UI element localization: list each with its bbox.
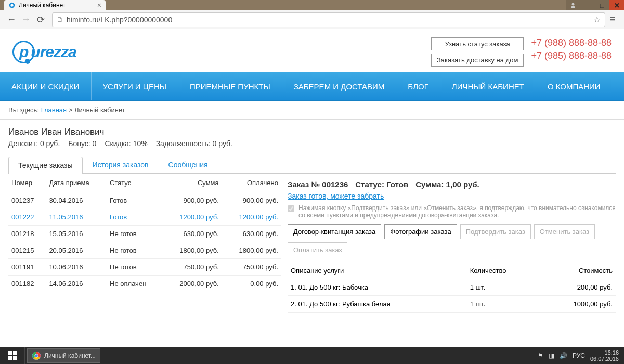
- forward-icon[interactable]: →: [19, 12, 33, 27]
- table-row[interactable]: 00123730.04.2016Готов900,00 руб.900,00 р…: [8, 192, 281, 209]
- page-content: ppurezzaurezza Узнать статус заказа Зака…: [0, 29, 624, 347]
- breadcrumb-home[interactable]: Главная: [41, 106, 67, 114]
- photos-button[interactable]: Фотографии заказа: [384, 224, 457, 239]
- browser-titlebar: Личный кабинет × — □ ✕: [0, 0, 624, 10]
- th-cost: Стоимость: [539, 263, 616, 279]
- th-desc: Описание услуги: [288, 263, 467, 279]
- tab-title: Личный кабинет: [19, 2, 66, 9]
- contract-button[interactable]: Договор-квитанция заказа: [288, 224, 381, 239]
- tabs: Текущие заказы История заказов Сообщения: [8, 156, 616, 174]
- taskbar-item[interactable]: Личный кабинет...: [27, 348, 100, 363]
- maximize-icon[interactable]: □: [595, 0, 609, 10]
- nav-cabinet[interactable]: ЛИЧНЫЙ КАБИНЕТ: [440, 72, 536, 100]
- browser-nav-toolbar: ← → ⟳ 🗋 himinfo.ru/LK.php?00000000000 ☆ …: [0, 10, 624, 29]
- items-table: Описание услуги Количество Стоимость 1. …: [288, 263, 616, 313]
- nav-blog[interactable]: БЛОГ: [396, 72, 440, 100]
- stat-debt: Задолженность: 0 руб.: [156, 139, 232, 148]
- ready-link[interactable]: Заказ готов, можете забрать: [288, 192, 616, 200]
- disclaimer-text: Нажимая кнопку «Подтвердить заказ» или «…: [298, 204, 616, 219]
- table-row[interactable]: 00119110.06.2016Не готов750,00 руб.750,0…: [8, 259, 281, 276]
- th-status: Статус: [107, 174, 162, 192]
- svg-point-1: [10, 4, 13, 6]
- minimize-icon[interactable]: —: [580, 0, 595, 10]
- svg-point-10: [35, 354, 38, 357]
- tab-history[interactable]: История заказов: [83, 156, 159, 173]
- window-controls: — □ ✕: [566, 0, 624, 10]
- stat-bonus: Бонус: 0: [68, 139, 96, 148]
- th-sum: Сумма: [163, 174, 222, 192]
- order-detail: Заказ № 001236 Статус: Готов Сумма: 1,00…: [288, 174, 616, 313]
- tab-messages[interactable]: Сообщения: [159, 156, 218, 173]
- reload-icon[interactable]: ⟳: [33, 12, 48, 27]
- favicon-icon: [8, 2, 16, 9]
- breadcrumb: Вы здесь: Главная > Личный кабинет: [0, 101, 624, 120]
- item-row: 2. 01. До 500 кг: Рубашка белая1 шт.1000…: [288, 296, 616, 313]
- nav-about[interactable]: О КОМПАНИИ: [536, 72, 612, 100]
- item-row: 1. 01. До 500 кг: Бабочка1 шт.200,00 руб…: [288, 279, 616, 296]
- tab-current-orders[interactable]: Текущие заказы: [8, 157, 83, 174]
- th-qty: Количество: [467, 263, 539, 279]
- svg-rect-4: [13, 351, 17, 355]
- stat-deposit: Депозит: 0 руб.: [8, 139, 60, 148]
- table-row[interactable]: 00118214.06.2016Не оплачен2000,00 руб.0,…: [8, 276, 281, 292]
- url-bar[interactable]: 🗋 himinfo.ru/LK.php?00000000000 ☆: [52, 12, 605, 27]
- chrome-menu-icon[interactable]: ≡: [605, 14, 620, 25]
- start-button[interactable]: [0, 347, 25, 364]
- th-paid: Оплачено: [222, 174, 281, 192]
- nav-delivery[interactable]: ЗАБЕРЕМ И ДОСТАВИМ: [282, 72, 397, 100]
- main-nav: АКЦИИ И СКИДКИ УСЛУГИ И ЦЕНЫ ПРИЕМНЫЕ ПУ…: [0, 72, 624, 101]
- chrome-icon: [32, 351, 41, 360]
- user-name: Иванов Иван Иванович: [8, 127, 616, 137]
- nav-promo[interactable]: АКЦИИ И СКИДКИ: [0, 72, 92, 100]
- user-stats: Депозит: 0 руб. Бонус: 0 Скидка: 10% Зад…: [8, 139, 616, 148]
- taskbar: Личный кабинет... ⚑ ◨ 🔊 РУС 16:16 06.07.…: [0, 347, 624, 364]
- tray-network-icon[interactable]: ◨: [549, 352, 554, 359]
- page-icon: 🗋: [57, 16, 63, 23]
- cancel-button[interactable]: Отменить заказ: [534, 224, 595, 239]
- table-row[interactable]: 00121520.05.2016Не готов1800,00 руб.1800…: [8, 242, 281, 259]
- detail-sum: Сумма: 1,00 руб.: [415, 180, 479, 189]
- stat-discount: Скидка: 10%: [105, 139, 147, 148]
- confirm-button[interactable]: Подтвердить заказ: [460, 224, 531, 239]
- svg-point-2: [572, 3, 575, 6]
- svg-rect-6: [13, 356, 17, 360]
- browser-tab[interactable]: Личный кабинет ×: [4, 0, 106, 10]
- phone-2[interactable]: +7 (985) 888-88-88: [531, 50, 612, 61]
- nav-services[interactable]: УСЛУГИ И ЦЕНЫ: [92, 72, 178, 100]
- svg-rect-3: [8, 351, 12, 355]
- order-delivery-button[interactable]: Заказать доставку на дом: [431, 54, 524, 67]
- orders-table: Номер Дата приема Статус Сумма Оплачено …: [8, 174, 281, 292]
- detail-order-number: Заказ № 001236: [288, 180, 348, 189]
- user-icon[interactable]: [566, 0, 580, 10]
- pay-button[interactable]: Оплатить заказ: [288, 242, 347, 257]
- window-close-icon[interactable]: ✕: [609, 0, 624, 10]
- system-tray: ⚑ ◨ 🔊 РУС 16:16 06.07.2016: [538, 349, 624, 362]
- back-icon[interactable]: ←: [4, 12, 19, 27]
- table-row[interactable]: 00122211.05.2016Готов1200,00 руб.1200,00…: [8, 209, 281, 226]
- tray-clock[interactable]: 16:16 06.07.2016: [590, 349, 619, 362]
- tray-language[interactable]: РУС: [573, 352, 585, 359]
- disclaimer-checkbox: [288, 205, 294, 212]
- th-number: Номер: [8, 174, 46, 192]
- table-row[interactable]: 00121815.05.2016Не готов630,00 руб.630,0…: [8, 226, 281, 242]
- nav-points[interactable]: ПРИЕМНЫЕ ПУНКТЫ: [178, 72, 282, 100]
- site-logo[interactable]: ppurezzaurezza: [12, 41, 76, 63]
- tab-close-icon[interactable]: ×: [97, 1, 101, 9]
- detail-status: Статус: Готов: [355, 180, 408, 189]
- svg-rect-5: [8, 356, 12, 360]
- check-status-button[interactable]: Узнать статус заказа: [431, 37, 524, 50]
- tray-sound-icon[interactable]: 🔊: [560, 352, 567, 359]
- task-label: Личный кабинет...: [44, 352, 96, 359]
- site-header: ppurezzaurezza Узнать статус заказа Зака…: [0, 29, 624, 72]
- th-date: Дата приема: [46, 174, 107, 192]
- phone-1[interactable]: +7 (988) 888-88-88: [531, 37, 612, 48]
- tray-flag-icon[interactable]: ⚑: [538, 352, 543, 359]
- bookmark-star-icon[interactable]: ☆: [593, 15, 601, 24]
- url-text: himinfo.ru/LK.php?00000000000: [67, 16, 172, 24]
